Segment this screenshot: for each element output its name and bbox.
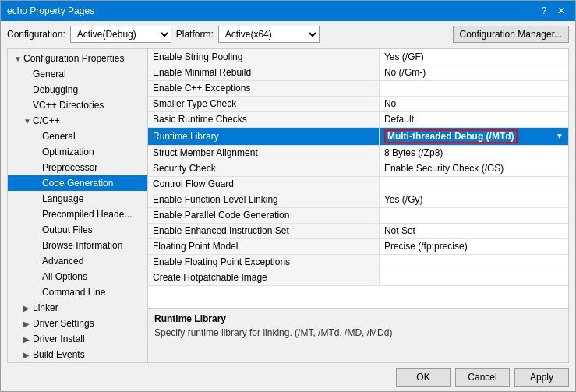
tree-item-label: Optimization (42, 147, 94, 157)
tree-item-config-props[interactable]: ▼Configuration Properties (8, 51, 147, 66)
property-value (379, 270, 568, 285)
table-row[interactable]: Enable Floating Point Exceptions (148, 254, 568, 270)
tree-panel: ▼Configuration PropertiesGeneralDebuggin… (8, 49, 148, 362)
property-value (379, 207, 568, 223)
tree-item-build-events[interactable]: ▶Build Events (8, 347, 147, 362)
table-row[interactable]: Enable Parallel Code Generation (148, 207, 568, 223)
tree-item-debugging[interactable]: Debugging (8, 82, 147, 97)
property-name: Enable Minimal Rebuild (148, 65, 379, 80)
property-name: Enable C++ Exceptions (148, 80, 379, 96)
table-row[interactable]: Enable Enhanced Instruction SetNot Set (148, 223, 568, 238)
property-name: Floating Point Model (148, 238, 379, 254)
tree-item-label: Precompiled Heade... (42, 209, 132, 220)
property-name: Security Check (148, 161, 379, 176)
tree-item-label: VC++ Directories (33, 100, 104, 111)
expand-icon[interactable]: ▶ (23, 304, 33, 313)
selected-value-wrapper: Multi-threaded Debug (/MTd)▼ (384, 129, 564, 143)
tree-item-label: Browse Information (42, 240, 122, 251)
tree-item-vc-dirs[interactable]: VC++ Directories (8, 97, 147, 113)
table-row[interactable]: Control Flow Guard (148, 176, 568, 192)
ok-button[interactable]: OK (396, 368, 451, 387)
table-row[interactable]: Struct Member Alignment8 Bytes (/Zp8) (148, 145, 568, 161)
tree-item-driver-settings[interactable]: ▶Driver Settings (8, 316, 147, 331)
main-content: ▼Configuration PropertiesGeneralDebuggin… (7, 48, 569, 363)
tree-item-output-files[interactable]: Output Files (8, 222, 147, 238)
expand-icon[interactable]: ▶ (23, 335, 33, 344)
title-bar: echo Property Pages ? ✕ (1, 1, 575, 21)
table-row[interactable]: Enable String PoolingYes (/GF) (148, 49, 568, 65)
property-value: Yes (/Gy) (379, 192, 568, 207)
tree-item-code-gen[interactable]: Code Generation (8, 175, 147, 191)
config-label: Configuration: (7, 29, 65, 40)
tree-item-cpp[interactable]: ▼C/C++ (8, 113, 147, 129)
tree-item-driver-install[interactable]: ▶Driver Install (8, 331, 147, 347)
cancel-button[interactable]: Cancel (455, 368, 510, 387)
apply-button[interactable]: Apply (514, 368, 569, 387)
tree-item-all-options[interactable]: All Options (8, 269, 147, 284)
property-value: No (/Gm-) (379, 65, 568, 80)
table-row[interactable]: Create Hotpatchable Image (148, 270, 568, 285)
tree-item-label: Language (42, 193, 83, 204)
expand-icon[interactable]: ▶ (23, 351, 33, 359)
table-row[interactable]: Smaller Type CheckNo (148, 96, 568, 111)
platform-label: Platform: (176, 29, 214, 40)
tree-item-precompiled[interactable]: Precompiled Heade... (8, 207, 147, 222)
dialog: echo Property Pages ? ✕ Configuration: A… (0, 0, 576, 392)
property-table: Enable String PoolingYes (/GF)Enable Min… (148, 49, 568, 308)
platform-select[interactable]: Active(x64) (218, 26, 320, 43)
property-name: Enable String Pooling (148, 49, 379, 65)
tree-item-label: Configuration Properties (23, 53, 124, 64)
expand-icon[interactable]: ▶ (23, 320, 33, 328)
property-value (379, 254, 568, 270)
tree-item-preprocessor[interactable]: Preprocessor (8, 160, 147, 175)
tree-item-label: Code Generation (42, 178, 113, 189)
tree-item-language[interactable]: Language (8, 191, 147, 207)
config-manager-button[interactable]: Configuration Manager... (453, 26, 569, 43)
tree-item-cpp-general[interactable]: General (8, 129, 147, 144)
tree-item-label: General (33, 69, 66, 79)
tree-item-label: Advanced (42, 256, 83, 267)
tree-item-label: Driver Install (33, 334, 85, 344)
table-row[interactable]: Basic Runtime ChecksDefault (148, 111, 568, 127)
bottom-buttons: OK Cancel Apply (1, 363, 575, 391)
help-button[interactable]: ? (536, 4, 552, 18)
tree-item-label: Command Line (42, 287, 105, 298)
property-name: Enable Parallel Code Generation (148, 207, 379, 223)
right-panel: Enable String PoolingYes (/GF)Enable Min… (148, 49, 568, 362)
property-name: Enable Function-Level Linking (148, 192, 379, 207)
tree-item-optimization[interactable]: Optimization (8, 144, 147, 160)
property-value: Default (379, 111, 568, 127)
tree-item-label: Debugging (33, 84, 78, 95)
table-row[interactable]: Enable Function-Level LinkingYes (/Gy) (148, 192, 568, 207)
expand-icon[interactable]: ▼ (23, 117, 33, 125)
property-value[interactable]: Multi-threaded Debug (/MTd)▼ (379, 127, 568, 145)
tree-item-cmd-line[interactable]: Command Line (8, 284, 147, 300)
configuration-select[interactable]: Active(Debug) (70, 26, 171, 43)
dialog-title: echo Property Pages (7, 5, 94, 16)
tree-item-label: Build Events (33, 349, 85, 360)
description-panel: Runtime Library Specify runtime library … (148, 308, 568, 362)
runtime-library-value: Multi-threaded Debug (/MTd) (384, 129, 518, 143)
close-button[interactable]: ✕ (553, 4, 569, 18)
tree-item-label: Linker (33, 302, 58, 313)
tree-item-linker[interactable]: ▶Linker (8, 300, 147, 316)
property-value (379, 176, 568, 192)
property-value: 8 Bytes (/Zp8) (379, 145, 568, 161)
tree-item-label: Output Files (42, 224, 93, 235)
tree-item-browse-info[interactable]: Browse Information (8, 238, 147, 253)
tree-item-advanced[interactable]: Advanced (8, 253, 147, 269)
table-row[interactable]: Enable Minimal RebuildNo (/Gm-) (148, 65, 568, 80)
table-row[interactable]: Enable C++ Exceptions (148, 80, 568, 96)
property-value (379, 80, 568, 96)
table-row[interactable]: Security CheckEnable Security Check (/GS… (148, 161, 568, 176)
expand-icon[interactable]: ▼ (14, 55, 23, 63)
property-value: No (379, 96, 568, 111)
table-row[interactable]: Floating Point ModelPrecise (/fp:precise… (148, 238, 568, 254)
description-text: Specify runtime library for linking. (/M… (154, 327, 562, 338)
property-value: Precise (/fp:precise) (379, 238, 568, 254)
description-title: Runtime Library (154, 313, 562, 324)
table-row[interactable]: Runtime LibraryMulti-threaded Debug (/MT… (148, 127, 568, 145)
properties-table: Enable String PoolingYes (/GF)Enable Min… (148, 49, 568, 286)
tree-item-general[interactable]: General (8, 66, 147, 82)
dropdown-arrow-icon[interactable]: ▼ (556, 132, 564, 140)
